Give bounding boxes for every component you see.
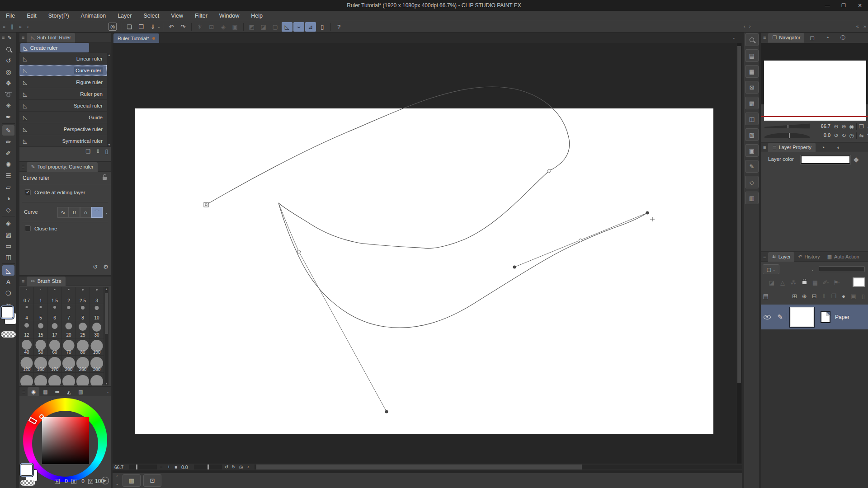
create-at-editing-layer-checkbox[interactable]: ✓ xyxy=(25,189,31,195)
toolbar-arrow-icon[interactable]: ‹ xyxy=(27,24,29,30)
brush-size-100[interactable]: 100 xyxy=(90,338,104,356)
start-point-handle[interactable] xyxy=(204,202,208,207)
sv-cursor[interactable] xyxy=(39,414,44,419)
navigator-tab[interactable]: ❐ Navigator xyxy=(768,33,804,42)
new-layer-button[interactable]: ⊕ xyxy=(799,291,809,301)
advanced-settings-button[interactable]: ⚙ xyxy=(103,263,108,270)
add-layer-mask-button[interactable]: ● xyxy=(839,291,849,301)
chevron-down-icon[interactable]: ⌄ xyxy=(105,210,108,215)
scroll-down-icon[interactable]: ▼ xyxy=(108,143,111,146)
gradient-tool[interactable]: ▨ xyxy=(0,229,17,240)
redo-button[interactable]: ↷ xyxy=(178,22,189,32)
blend-mode-button[interactable]: ▢⌄ xyxy=(763,264,779,274)
frame-border-tool[interactable]: ▭ xyxy=(0,240,17,251)
palette-color-button[interactable] xyxy=(853,277,865,287)
curve-anchor-point[interactable] xyxy=(385,410,388,413)
timeline-toggle-button[interactable]: ▥ xyxy=(123,474,141,487)
information-tab[interactable]: ⓘ xyxy=(835,33,850,42)
brush-size-5[interactable]: 5 xyxy=(34,304,48,321)
snap-to-grid-button[interactable]: ⊿ xyxy=(305,22,316,32)
rotation-slider[interactable] xyxy=(194,465,222,469)
tool-property-menu-icon[interactable]: ≡ xyxy=(19,164,27,169)
brush-tool[interactable]: ✐ xyxy=(0,147,17,159)
sub-tool-tab[interactable]: ◺ Sub Tool: Ruler xyxy=(27,33,75,42)
object-tool[interactable]: ◎ xyxy=(0,66,17,77)
import-subtool-button[interactable]: ⇓ xyxy=(95,148,100,155)
layer-panel-menu-icon[interactable]: ≡ xyxy=(761,254,768,259)
brush-size-3[interactable]: 3 xyxy=(90,287,104,304)
curve-control-point[interactable] xyxy=(548,169,551,173)
menu-view[interactable]: View xyxy=(165,11,189,21)
curve-anchor-point[interactable] xyxy=(513,266,516,269)
layer-color-swatch[interactable] xyxy=(801,155,850,164)
tab-list-chevron-icon[interactable]: ⌄ xyxy=(732,35,736,40)
rotate-right-button[interactable]: ↻ xyxy=(230,465,237,469)
subtool-item-curve-ruler[interactable]: ◺Curve ruler xyxy=(19,65,107,76)
fit-to-window-button[interactable]: ↗ xyxy=(865,123,868,130)
foreground-color-swatch[interactable] xyxy=(21,464,33,476)
layer-property-menu-icon[interactable]: ≡ xyxy=(761,145,768,150)
scrollbar-thumb[interactable] xyxy=(737,46,741,383)
reset-rotation-button[interactable]: ◷ xyxy=(237,465,245,469)
scroll-up-icon[interactable]: ▲ xyxy=(104,287,108,291)
opacity-slider[interactable] xyxy=(819,266,865,272)
zoom-tool[interactable] xyxy=(0,43,17,55)
menu-select[interactable]: Select xyxy=(137,11,165,21)
brush-size-12[interactable]: 12 xyxy=(20,321,34,338)
curve-type-quadratic-bezier[interactable]: ∩ xyxy=(80,207,91,218)
move-layer-tool[interactable]: ✥ xyxy=(0,77,17,89)
brush-size-2[interactable]: 2 xyxy=(62,287,76,304)
figure-tool[interactable]: ◇ xyxy=(0,204,17,215)
layer-row-paper[interactable]: ✎ Paper xyxy=(761,305,868,329)
fill-tool[interactable]: ◈ xyxy=(0,217,17,229)
divide-frame-tool[interactable]: ◫ xyxy=(0,251,17,263)
eraser-tool[interactable]: ▱ xyxy=(0,181,17,192)
menu-edit[interactable]: Edit xyxy=(21,11,42,21)
scroll-up-icon[interactable]: ▲ xyxy=(108,53,111,56)
reference-window-button[interactable]: ⊡ xyxy=(143,474,161,487)
brush-size-next-row[interactable] xyxy=(62,373,76,385)
panel-scroll-arrows[interactable]: ‹› xyxy=(744,23,750,29)
tone-tab[interactable]: ◔ xyxy=(816,143,831,152)
fit-to-screen-button[interactable]: ❐ xyxy=(858,123,865,130)
slider-thumb[interactable] xyxy=(788,131,790,139)
subtool-item-figure-ruler[interactable]: ◺Figure ruler xyxy=(19,76,107,88)
curve-type-polyline[interactable]: ∿ xyxy=(57,207,69,218)
brush-size-20[interactable]: 20 xyxy=(62,321,76,338)
decoration-tool[interactable]: ☰ xyxy=(0,170,17,181)
minimize-button[interactable]: — xyxy=(819,0,835,11)
brush-size-7[interactable]: 7 xyxy=(62,304,76,321)
restore-button[interactable]: ❐ xyxy=(835,0,852,11)
flip-vertical-button[interactable]: ⇅ xyxy=(865,132,868,139)
brush-size-1[interactable]: 1 xyxy=(34,287,48,304)
menu-file[interactable]: File xyxy=(0,11,21,21)
sub-tool-menu-icon[interactable]: ≡ xyxy=(19,35,27,40)
help-button[interactable]: ? xyxy=(334,22,344,32)
dock-arrow-icon[interactable]: » xyxy=(863,23,866,29)
layer-tab[interactable]: ≋Layer xyxy=(768,252,794,262)
chevron-down-icon[interactable]: ⌄ xyxy=(106,389,109,394)
toolbar-arrow-icon[interactable]: ∥ xyxy=(11,24,14,30)
scrollbar-thumb[interactable] xyxy=(256,465,582,469)
curve-type-cubic-bezier[interactable]: ⌒ xyxy=(91,207,103,218)
brush-size-80[interactable]: 80 xyxy=(76,338,90,356)
clip-studio-logo[interactable]: ◎ xyxy=(108,23,117,31)
brush-size-next-row[interactable] xyxy=(76,373,90,385)
navigator-thumbnail[interactable] xyxy=(764,61,866,121)
layer-list-view-button[interactable]: ▤ xyxy=(761,291,771,301)
brush-size-next-row[interactable] xyxy=(20,373,34,385)
zoom-out-button[interactable]: ⊖ xyxy=(832,123,840,130)
undo-button[interactable]: ↶ xyxy=(166,22,177,32)
menu-filter[interactable]: Filter xyxy=(189,11,213,21)
auto-select-tool[interactable]: ✳ xyxy=(0,100,17,111)
brush-size-next-row[interactable] xyxy=(34,373,48,385)
text-tool[interactable]: A xyxy=(0,276,17,287)
brush-size-15[interactable]: 15 xyxy=(34,321,48,338)
brush-size-next-row[interactable] xyxy=(48,373,62,385)
menu-window[interactable]: Window xyxy=(213,11,245,21)
brush-size-60[interactable]: 60 xyxy=(48,338,62,356)
foreground-color-swatch[interactable] xyxy=(1,306,13,318)
companion-mode-button[interactable]: ▯ xyxy=(317,22,328,32)
subtool-item-special-ruler[interactable]: ◺Special ruler xyxy=(19,100,107,112)
brush-size-30[interactable]: 30 xyxy=(90,321,104,338)
